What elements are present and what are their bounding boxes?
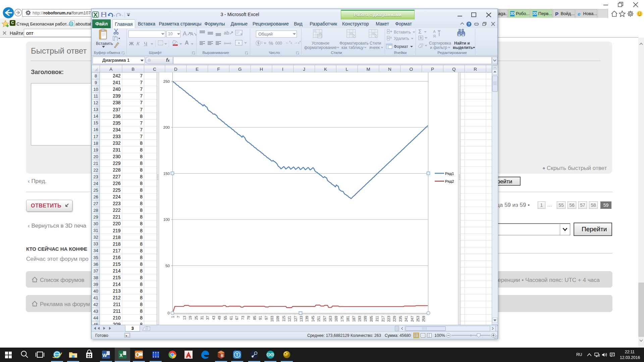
svg-text:41: 41 — [93, 295, 98, 300]
svg-text:215: 215 — [113, 275, 121, 280]
svg-text:242: 242 — [113, 73, 121, 78]
svg-text:33: 33 — [93, 241, 98, 246]
svg-text:29: 29 — [93, 215, 98, 220]
svg-text:199: 199 — [363, 316, 367, 322]
svg-text:229: 229 — [113, 161, 121, 166]
svg-text:8: 8 — [140, 228, 143, 233]
svg-text:8: 8 — [140, 207, 143, 213]
svg-text:18: 18 — [93, 141, 98, 146]
svg-text:221: 221 — [113, 214, 121, 220]
svg-text:8: 8 — [140, 235, 143, 240]
svg-text:8: 8 — [140, 154, 143, 159]
svg-text:225: 225 — [113, 187, 121, 193]
svg-text:40: 40 — [93, 289, 98, 294]
svg-text:M: M — [366, 67, 370, 72]
svg-text:8: 8 — [140, 288, 143, 294]
svg-text:238: 238 — [113, 100, 121, 105]
svg-text:223: 223 — [387, 316, 391, 322]
svg-text:Я: Я — [433, 34, 436, 38]
svg-text:I: I — [282, 67, 283, 72]
svg-text:247: 247 — [410, 316, 414, 322]
svg-text:8: 8 — [140, 322, 143, 325]
svg-text:C: C — [153, 67, 156, 72]
svg-text:259: 259 — [422, 316, 426, 322]
svg-text:21: 21 — [93, 161, 98, 166]
svg-text:231: 231 — [113, 147, 121, 153]
svg-text:20: 20 — [93, 154, 98, 159]
svg-text:Ряд2: Ряд2 — [445, 179, 454, 183]
svg-text:139: 139 — [305, 316, 309, 322]
svg-text:8: 8 — [140, 308, 143, 314]
svg-text:235: 235 — [398, 316, 402, 322]
svg-text:151: 151 — [317, 316, 321, 322]
svg-text:8: 8 — [140, 214, 143, 220]
svg-text:223: 223 — [113, 201, 121, 206]
svg-text:215: 215 — [113, 261, 121, 267]
svg-text:224: 224 — [113, 194, 121, 199]
svg-text:150: 150 — [163, 172, 170, 176]
svg-text:7: 7 — [140, 93, 143, 99]
svg-text:F: F — [217, 67, 220, 72]
svg-text:32: 32 — [93, 235, 98, 240]
svg-text:8: 8 — [140, 248, 143, 253]
svg-text:8: 8 — [140, 241, 143, 247]
svg-text:145: 145 — [311, 316, 315, 322]
svg-text:121: 121 — [287, 316, 291, 322]
svg-text:250: 250 — [163, 79, 170, 83]
svg-text:43: 43 — [93, 309, 98, 314]
svg-text:220: 220 — [113, 221, 121, 226]
svg-text:7: 7 — [140, 120, 143, 126]
svg-text:8: 8 — [140, 194, 143, 199]
svg-text:61: 61 — [229, 316, 233, 320]
svg-text:0: 0 — [168, 311, 170, 315]
svg-text:19: 19 — [188, 316, 192, 320]
svg-text:211: 211 — [113, 302, 121, 307]
svg-text:8: 8 — [140, 295, 143, 300]
svg-text:10: 10 — [93, 87, 98, 92]
svg-text:W: W — [102, 353, 107, 358]
svg-text:27: 27 — [93, 201, 98, 206]
svg-text:13: 13 — [93, 107, 98, 112]
svg-text:219: 219 — [113, 228, 121, 233]
svg-text:a: a — [238, 41, 239, 45]
svg-text:127: 127 — [293, 316, 298, 322]
svg-text:37: 37 — [93, 268, 98, 274]
svg-text:85: 85 — [253, 316, 257, 320]
svg-text:39: 39 — [93, 282, 98, 287]
svg-text:9: 9 — [95, 80, 97, 85]
svg-text:233: 233 — [113, 134, 121, 139]
svg-text:O: O — [409, 67, 413, 72]
svg-text:234: 234 — [113, 127, 121, 132]
svg-text:8: 8 — [140, 174, 143, 179]
svg-text:36: 36 — [93, 262, 98, 267]
svg-text:25: 25 — [194, 316, 198, 320]
svg-text:217: 217 — [381, 316, 385, 322]
svg-text:73: 73 — [241, 316, 245, 320]
svg-text:8: 8 — [140, 147, 143, 153]
svg-text:31: 31 — [200, 316, 204, 320]
svg-text:L: L — [346, 67, 348, 72]
svg-text:R: R — [474, 67, 477, 72]
svg-text:B: B — [131, 67, 135, 72]
svg-text:67: 67 — [235, 316, 239, 320]
svg-text:7: 7 — [140, 127, 143, 132]
svg-text:235: 235 — [113, 120, 121, 126]
svg-text:31: 31 — [93, 228, 98, 233]
svg-text:218: 218 — [113, 235, 121, 240]
svg-text:8: 8 — [140, 187, 143, 193]
svg-text:24: 24 — [93, 181, 98, 186]
svg-text:241: 241 — [404, 316, 408, 322]
svg-text:1: 1 — [171, 316, 175, 318]
svg-text:211: 211 — [375, 316, 379, 321]
svg-text:38: 38 — [93, 275, 98, 280]
svg-text:7: 7 — [176, 316, 180, 318]
svg-text:H: H — [260, 67, 263, 72]
svg-text:N: N — [388, 67, 391, 72]
svg-text:7: 7 — [140, 80, 143, 85]
svg-text:43: 43 — [212, 316, 216, 320]
svg-text:26: 26 — [93, 194, 98, 199]
svg-text:19: 19 — [93, 147, 98, 153]
svg-text:14: 14 — [93, 114, 98, 119]
svg-text:42: 42 — [93, 302, 98, 307]
svg-text:8: 8 — [140, 221, 143, 226]
